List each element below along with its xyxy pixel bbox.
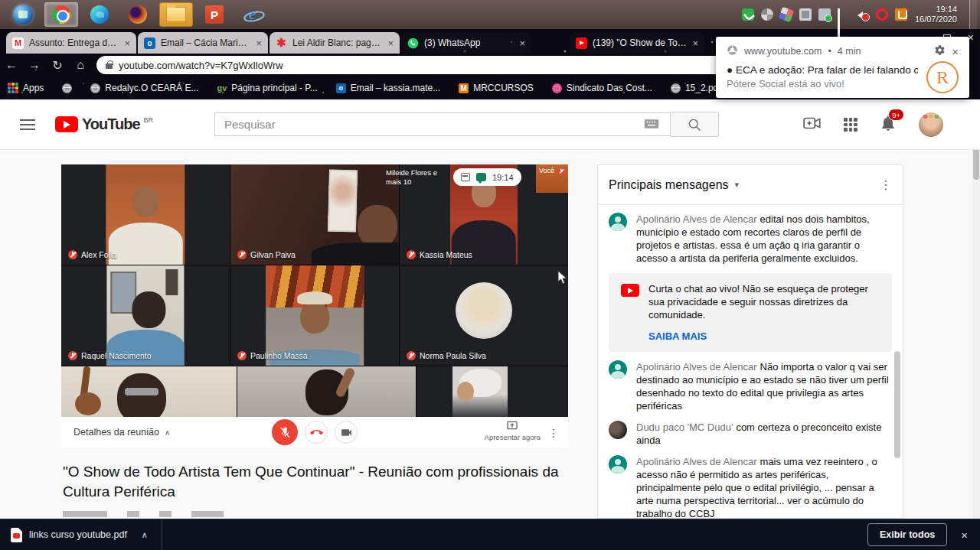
chat-more-options-icon[interactable]: ⋮ xyxy=(880,177,892,192)
tab-close-icon[interactable]: × xyxy=(692,37,698,49)
mic-mute-button[interactable] xyxy=(272,419,298,445)
bookmark-globe-only[interactable] xyxy=(62,83,72,93)
outlook-icon xyxy=(336,83,346,93)
user-avatar[interactable] xyxy=(609,213,627,231)
hang-up-button[interactable] xyxy=(305,421,328,444)
page-scrollbar[interactable] xyxy=(972,100,980,519)
whatsapp-icon xyxy=(407,37,419,49)
camera-button[interactable] xyxy=(335,421,358,444)
account-avatar[interactable] xyxy=(919,112,943,137)
tab-youtube-active[interactable]: (139) "O Show de Todo × xyxy=(570,32,704,54)
notifications-bell-icon[interactable]: 9+ xyxy=(879,114,897,135)
bookmark-pagina-principal[interactable]: Página principal - P... xyxy=(217,83,317,93)
phone-tray-icon[interactable] xyxy=(742,8,754,21)
bookmark-redalyc[interactable]: Redalyc.O CEARÁ E... xyxy=(90,83,198,93)
create-video-icon[interactable] xyxy=(802,113,822,136)
chat-author[interactable]: Apolinário Alves de Alencar xyxy=(636,361,757,373)
participant-video xyxy=(106,164,185,265)
dot-separator: • xyxy=(828,46,831,57)
pinwheel-tray-icon[interactable] xyxy=(761,8,773,21)
chat-header: Principais mensagens ▾ ⋮ xyxy=(598,165,903,205)
start-button[interactable] xyxy=(6,2,40,27)
taskbar-ie-button[interactable] xyxy=(236,2,270,27)
region-label: BR xyxy=(144,116,154,124)
show-desktop-button[interactable] xyxy=(969,0,977,29)
self-view-tile: Você xyxy=(536,164,568,193)
chat-policy-notice: Curta o chat ao vivo! Não se esqueça de … xyxy=(609,273,892,352)
taskbar-powerpoint-button[interactable] xyxy=(198,2,231,27)
search-button[interactable] xyxy=(670,112,719,137)
taskbar-chrome-button[interactable] xyxy=(44,2,78,27)
tab-close-icon[interactable]: × xyxy=(519,37,525,49)
participant-tile-gilvan: Gilvan Paiva xyxy=(230,164,399,265)
bookmark-label: Email – kassia.mate... xyxy=(351,83,440,93)
meet-more-options-icon[interactable]: ⋮ xyxy=(548,427,559,439)
user-avatar[interactable] xyxy=(609,421,627,439)
participant-name: Kassia Mateus xyxy=(420,250,472,259)
tab-gmail[interactable]: Assunto: Entrega do rela × xyxy=(6,32,136,54)
apps-grid-icon xyxy=(8,83,18,93)
usb-tray-icon[interactable] xyxy=(818,8,831,21)
m-icon xyxy=(459,83,469,93)
meeting-clock: 19:14 xyxy=(492,173,514,182)
taskbar-clock[interactable]: 19:14 16/07/2020 xyxy=(915,5,962,24)
tab-close-icon[interactable]: × xyxy=(124,37,130,49)
tab-close-icon[interactable]: × xyxy=(387,37,394,49)
home-button[interactable]: ⌂ xyxy=(69,58,92,72)
keyboard-icon[interactable] xyxy=(644,119,659,132)
network-signal-icon[interactable] xyxy=(838,8,850,21)
bookmark-pdf[interactable]: 15_2.pdf xyxy=(671,83,721,93)
tab-lei-aldir[interactable]: Lei Aldir Blanc: pagamen × xyxy=(270,32,400,54)
volume-muted-icon[interactable] xyxy=(857,8,869,21)
taskbar-explorer-button[interactable] xyxy=(159,2,193,27)
participant-name: Raquel Nascimento xyxy=(81,351,152,360)
opera-tray-icon[interactable] xyxy=(876,8,888,21)
close-notification-icon[interactable]: × xyxy=(952,45,959,58)
globe-icon xyxy=(62,83,72,93)
video-player[interactable]: Alex Folia Gilvan Paiva Kassia Mateus Ra… xyxy=(61,164,568,447)
learn-more-link[interactable]: SAIBA MAIS xyxy=(648,330,707,342)
meeting-details-button[interactable]: Detalhes da reunião ∧ xyxy=(74,427,170,438)
youtube-logo[interactable]: YouTube BR xyxy=(55,116,153,133)
lock-icon[interactable] xyxy=(106,63,113,69)
browser-notification[interactable]: www.youtube.com • 4 min × ● ECA e adoção… xyxy=(716,37,969,98)
bookmark-mrccursos[interactable]: MRCCURSOS xyxy=(459,83,534,93)
chat-author[interactable]: Apolinário Alves de Alencar xyxy=(636,456,757,467)
java-tray-icon[interactable] xyxy=(895,8,907,21)
apps-bookmark[interactable]: Apps xyxy=(8,83,44,93)
show-all-downloads-button[interactable]: Exibir todos xyxy=(867,523,947,546)
gear-icon[interactable] xyxy=(934,44,946,58)
bookmark-sindicato[interactable]: Sindicato Das Cost... xyxy=(552,83,652,93)
tab-whatsapp[interactable]: (3) WhatsApp × xyxy=(401,32,531,54)
participant-name: Paulinho Massa xyxy=(250,351,308,360)
present-now-button[interactable]: Apresentar agora xyxy=(485,419,541,441)
edge-icon xyxy=(90,5,109,24)
download-options-chevron-icon[interactable]: ∧ xyxy=(142,530,148,540)
user-avatar[interactable] xyxy=(609,360,627,379)
logo-letter: R xyxy=(936,67,949,88)
chat-author[interactable]: Apolinário Alves de Alencar xyxy=(636,213,757,225)
chat-scrollbar-thumb[interactable] xyxy=(894,351,900,458)
menu-hamburger-icon[interactable] xyxy=(20,119,35,130)
close-downloads-bar-icon[interactable]: × xyxy=(961,529,968,542)
bookmark-email[interactable]: Email – kassia.mate... xyxy=(336,83,440,93)
reload-button[interactable]: ↻ xyxy=(46,58,69,73)
clipboard-tray-icon[interactable] xyxy=(799,8,812,21)
mic-muted-icon xyxy=(557,168,565,175)
printer-tray-icon[interactable] xyxy=(779,7,795,23)
participant-tile-guitar xyxy=(61,366,237,417)
forward-button[interactable]: → xyxy=(23,58,46,72)
clipped-stats-row xyxy=(63,511,568,517)
chat-mode-dropdown[interactable]: Principais mensagens xyxy=(609,178,729,192)
youtube-apps-icon[interactable] xyxy=(844,118,858,132)
tab-close-icon[interactable]: × xyxy=(256,37,262,49)
back-button[interactable]: ← xyxy=(0,58,23,72)
chat-author[interactable]: Dudu paco 'MC Dudu' xyxy=(636,421,733,433)
chevron-down-icon[interactable]: ▾ xyxy=(735,180,740,190)
taskbar-firefox-button[interactable] xyxy=(121,2,155,27)
tab-outlook[interactable]: Email – Cácia Maria Ram × xyxy=(138,32,268,54)
downloaded-file-button[interactable]: links curso youtube.pdf ∧ xyxy=(11,528,148,542)
user-avatar[interactable] xyxy=(609,455,627,474)
search-input[interactable] xyxy=(214,112,670,136)
taskbar-edge-button[interactable] xyxy=(83,2,116,27)
